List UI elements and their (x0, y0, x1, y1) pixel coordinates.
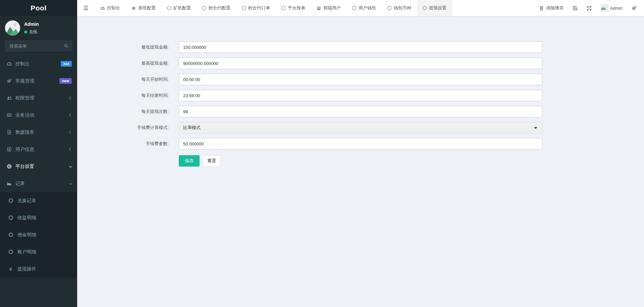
save-button[interactable]: 保存 (179, 155, 200, 167)
clear-cache-button[interactable]: 清除缓存 (539, 5, 564, 11)
hot-badge: hot (61, 61, 72, 67)
max-withdraw-label: 最高提现金额: (77, 60, 169, 66)
fullscreen-button[interactable] (587, 6, 592, 11)
sidebar-item-permissions[interactable]: 权限管理 (0, 89, 77, 107)
form-row: 每天提现次数: (77, 106, 644, 117)
tab-system-config[interactable]: 系统配置 (126, 0, 161, 16)
circle-icon (242, 6, 246, 10)
menu-search-input[interactable] (9, 43, 64, 49)
tab-label: 前端用户 (323, 5, 341, 11)
max-withdraw-input[interactable] (179, 58, 542, 69)
form-row: 手续费参数: (77, 138, 644, 149)
fee-mode-value: 比率模式 (183, 125, 201, 131)
translate-button[interactable] (573, 6, 578, 11)
tab-user-wallet[interactable]: 用户钱包 (346, 0, 382, 16)
cogs-icon (632, 6, 637, 11)
circle-icon (167, 6, 171, 10)
tab-label: 秒合约配置 (209, 5, 230, 11)
tab-seconds-contract-config[interactable]: 秒合约配置 (197, 0, 236, 16)
submenu-item-label: 提现操作 (17, 266, 36, 272)
clear-cache-label: 清除缓存 (546, 5, 564, 11)
daily-end-time-input[interactable] (179, 90, 542, 101)
submenu-item-label: 收益明细 (17, 215, 36, 221)
tab-platform-report[interactable]: 平台报表 (276, 0, 311, 16)
fee-mode-label: 手续费计算模式: (77, 125, 169, 131)
search-icon[interactable] (64, 44, 68, 48)
user-circle-icon (317, 6, 321, 10)
submenu-item-income-details[interactable]: 收益明细 (0, 209, 77, 226)
chevron-left-icon (69, 97, 72, 100)
form-row: 每天开始时间: (77, 74, 644, 85)
circle-icon (387, 6, 391, 10)
daily-end-time-label: 每天结束时间: (77, 93, 169, 99)
chevron-left-icon (69, 114, 72, 117)
sidebar-item-business[interactable]: 业务活动 (0, 107, 77, 124)
circle-icon (352, 6, 356, 10)
fullscreen-icon (587, 6, 592, 11)
submenu-item-exchange-records[interactable]: 兑换记录 (0, 192, 77, 209)
min-withdraw-input[interactable] (179, 42, 542, 53)
circle-icon (423, 6, 427, 10)
circle-icon (202, 6, 206, 10)
submenu-item-label: 账户明细 (17, 249, 36, 255)
records-submenu: 兑换记录 收益明细 佣金明细 账户明细 ¥ 提现操作 (0, 192, 77, 278)
daily-start-time-input[interactable] (179, 74, 542, 85)
chevron-down-icon (69, 181, 72, 185)
cogs-icon (5, 78, 13, 83)
daily-withdraw-count-input[interactable] (179, 106, 542, 117)
reset-button[interactable]: 重置 (203, 155, 221, 167)
sidebar-item-dashboard[interactable]: 控制台 hot (0, 55, 77, 72)
tab-seconds-contract-orders[interactable]: 秒合约订单 (236, 0, 276, 16)
daily-start-time-label: 每天开始时间: (77, 76, 169, 82)
caret-down-icon (534, 127, 537, 129)
submenu-item-withdraw-operation[interactable]: ¥ 提现操作 (0, 260, 77, 278)
trash-icon (539, 6, 544, 11)
circle-icon (7, 216, 14, 220)
circle-icon (281, 6, 285, 10)
sidebar-item-reports[interactable]: 数据报表 (0, 124, 77, 141)
main-content: 最低提现金额: 最高提现金额: 每天开始时间: 每天结束时间: 每天提现次数: … (77, 16, 644, 307)
contacts-icon (5, 147, 13, 152)
fee-param-input[interactable] (179, 138, 542, 149)
tab-label: 系统配置 (138, 5, 156, 11)
submenu-item-commission-details[interactable]: 佣金明细 (0, 226, 77, 243)
form-row: 最低提现金额: (77, 42, 644, 53)
circle-icon (7, 198, 14, 203)
tab-wallet-currency[interactable]: 钱包币种 (382, 0, 417, 16)
tab-label: 钱包币种 (394, 5, 411, 11)
sidebar-item-userinfo[interactable]: 用户信息 (0, 141, 77, 158)
settings-button[interactable] (632, 6, 637, 11)
min-withdraw-label: 最低提现金额: (77, 44, 169, 50)
tab-withdraw-settings[interactable]: 提现设置 (417, 0, 452, 16)
form-row: 手续费计算模式: 比率模式 (77, 122, 644, 133)
sidebar-item-label: 控制台 (15, 61, 30, 67)
circle-icon (7, 250, 14, 254)
tab-frontend-users[interactable]: 前端用户 (311, 0, 346, 16)
translate-icon (573, 6, 578, 11)
chart-icon (5, 181, 13, 186)
submenu-item-account-details[interactable]: 账户明细 (0, 243, 77, 260)
tab-miner-config[interactable]: 矿机配置 (161, 0, 197, 16)
gear-icon (131, 6, 136, 10)
sidebar-item-label: 用户信息 (15, 146, 34, 152)
sidebar-toggle-icon[interactable]: ☰ (77, 0, 95, 16)
user-status-label: 在线 (29, 29, 37, 35)
username-label: Admin (610, 6, 623, 11)
withdraw-settings-form: 最低提现金额: 最高提现金额: 每天开始时间: 每天结束时间: 每天提现次数: … (77, 16, 644, 167)
chevron-left-icon (69, 148, 72, 151)
fee-param-label: 手续费参数: (77, 141, 169, 147)
report-icon (5, 130, 13, 135)
sidebar-search (5, 41, 72, 51)
avatar (601, 4, 608, 12)
sidebar-item-general[interactable]: 常规管理 new (0, 72, 77, 89)
submenu-item-label: 兑换记录 (17, 198, 36, 204)
sidebar-item-records[interactable]: 记录 (0, 175, 77, 192)
sidebar-item-platform-settings[interactable]: 平台设置 (0, 158, 77, 175)
sidebar-item-label: 记录 (15, 181, 25, 187)
user-menu[interactable]: Admin (601, 4, 623, 12)
sidebar-item-label: 业务活动 (15, 112, 34, 118)
fee-mode-select[interactable]: 比率模式 (179, 122, 542, 133)
sidebar-menu: 控制台 hot 常规管理 new 权限管理 业务活动 数据报表 用户信息 (0, 55, 77, 192)
users-icon (5, 96, 13, 101)
tab-dashboard[interactable]: 控制台 (95, 0, 126, 16)
